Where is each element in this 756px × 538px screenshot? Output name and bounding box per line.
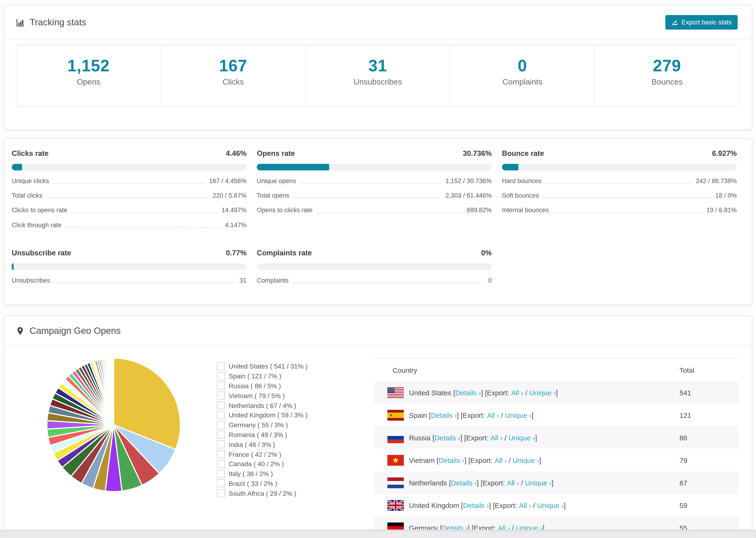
export-all-link[interactable]: All ›	[511, 389, 523, 397]
page-title: Tracking stats	[29, 17, 86, 28]
rate-title: Bounce rate	[502, 149, 544, 158]
rate-row: Unique clicks 167 / 4.456%	[12, 178, 246, 185]
total-value: 79	[679, 456, 739, 464]
total-column-header: Total	[679, 366, 739, 374]
leader-line	[553, 212, 703, 213]
rate-head-clicks: Clicks rate 4.46%	[12, 149, 246, 158]
rate-row-label: Total opens	[257, 192, 289, 199]
tracking-header: Tracking stats Export basic stats	[4, 6, 752, 39]
export-all-link[interactable]: All ›	[490, 434, 503, 442]
legend-label: Netherlands ( 67 / 4% )	[229, 402, 296, 409]
export-unique-link[interactable]: Unique ›	[525, 479, 552, 487]
rate-head-unsubscribe: Unsubscribe rate 0.77%	[12, 249, 246, 257]
bracket: ]	[531, 411, 533, 419]
slash: /	[507, 456, 513, 464]
stat-cell-opens: 1,152 Opens	[17, 45, 161, 106]
legend-item: Brazil ( 33 / 2% )	[217, 479, 307, 488]
rate-row: Clicks to opens rate 14.497%	[12, 207, 246, 214]
geo-table: Country Total United States [Details ›] …	[374, 358, 739, 530]
stat-value-clicks: 167	[161, 57, 305, 75]
export-unique-link[interactable]: Unique ›	[509, 434, 535, 442]
stat-cell-unsubscribes: 31 Unsubscribes	[306, 45, 450, 106]
rate-row-value: 0	[488, 277, 492, 285]
rate-block-clicks: Clicks rate 4.46% Unique clicks 167 / 4.…	[12, 149, 246, 229]
country-name: Vietnam	[409, 456, 437, 464]
details-link[interactable]: Details ›	[455, 389, 481, 397]
bracket: ]	[564, 501, 566, 509]
rate-row-label: Total clicks	[12, 192, 42, 199]
total-value: 541	[679, 389, 739, 397]
rate-title: Unsubscribe rate	[12, 249, 71, 257]
rate-head-bounce: Bounce rate 6.927%	[502, 149, 737, 158]
details-link[interactable]: Details ›	[463, 501, 489, 509]
geo-title-wrap: Campaign Geo Opens	[16, 325, 121, 336]
page-bottom-band	[0, 530, 756, 538]
bracket: ] [Export:	[460, 434, 490, 442]
pie-slice-other-43[interactable]	[113, 358, 114, 425]
progress-bar-bounce	[502, 164, 737, 170]
rate-row-label: Internal bounces	[502, 207, 549, 214]
export-all-link[interactable]: All ›	[495, 456, 507, 464]
leader-line	[545, 183, 692, 184]
export-all-link[interactable]: All ›	[507, 479, 519, 487]
stat-cell-complaints: 0 Complaints	[450, 45, 595, 106]
export-unique-link[interactable]: Unique ›	[513, 456, 539, 464]
details-link[interactable]: Details ›	[431, 411, 457, 419]
rate-row-label: Soft bounces	[502, 192, 539, 199]
tracking-title-wrap: Tracking stats	[16, 17, 86, 28]
map-pin-icon	[16, 326, 25, 336]
rate-row: Internal bounces 19 / 6.81%	[502, 207, 737, 214]
rate-row: Hard bounces 242 / 86.738%	[502, 178, 737, 185]
legend-item: Spain ( 121 / 7% )	[217, 371, 307, 381]
legend-label: United Kingdom ( 59 / 3% )	[229, 411, 307, 419]
details-link[interactable]: Details ›	[451, 479, 477, 487]
slash: /	[519, 479, 525, 487]
stat-cell-bounces: 279 Bounces	[595, 45, 739, 106]
export-unique-link[interactable]: Unique ›	[505, 411, 531, 419]
details-link[interactable]: Details ›	[434, 434, 460, 442]
details-link[interactable]: Details ›	[442, 524, 468, 530]
country-name: United Kingdom	[409, 501, 461, 509]
rate-rows: Complaints 0	[257, 277, 492, 285]
export-all-link[interactable]: All ›	[519, 501, 531, 509]
leader-line	[54, 283, 236, 283]
leader-line	[46, 198, 209, 198]
country-flag-de	[387, 522, 404, 530]
bracket: ] [Export:	[464, 456, 495, 464]
leader-line	[65, 227, 221, 228]
rate-title: Complaints rate	[257, 249, 312, 257]
country-name: Netherlands	[409, 479, 449, 487]
total-value: 121	[679, 411, 739, 419]
legend-label: South Africa ( 29 / 2% )	[229, 490, 296, 497]
rate-percentage: 0%	[481, 249, 492, 257]
export-all-link[interactable]: All ›	[498, 524, 510, 530]
export-basic-stats-button[interactable]: Export basic stats	[666, 15, 738, 29]
geo-table-body: United States [Details ›] [Export: All ›…	[374, 381, 739, 530]
leader-line	[300, 183, 442, 184]
legend-swatch	[217, 480, 225, 488]
export-all-link[interactable]: All ›	[487, 411, 499, 419]
slash: /	[531, 501, 537, 509]
legend-item: United Kingdom ( 59 / 3% )	[217, 410, 307, 420]
bracket: ] [Export:	[477, 479, 507, 487]
legend-item: Vietnam ( 79 / 5% )	[217, 391, 307, 401]
legend-swatch	[217, 362, 225, 370]
legend-item: Canada ( 40 / 2% )	[217, 459, 307, 469]
legend-swatch	[217, 441, 225, 449]
export-unique-link[interactable]: Unique ›	[537, 501, 564, 509]
country-cell: Spain [Details ›] [Export: All › / Uniqu…	[374, 409, 679, 420]
rate-row: Soft bounces 18 / 0%	[502, 192, 737, 199]
legend-item: Russia ( 86 / 5% )	[217, 381, 307, 391]
rate-row-value: 19 / 6.81%	[706, 207, 737, 214]
rate-row-value: 14.497%	[221, 207, 246, 214]
slash: /	[523, 389, 529, 397]
leader-line	[53, 183, 205, 184]
details-link[interactable]: Details ›	[439, 456, 464, 464]
export-unique-link[interactable]: Unique ›	[516, 524, 542, 530]
export-unique-link[interactable]: Unique ›	[529, 389, 556, 397]
progress-bar-opens	[257, 164, 492, 170]
country-flag-gb	[387, 500, 404, 511]
legend-swatch	[217, 382, 225, 390]
legend-swatch	[217, 460, 225, 468]
legend-swatch	[217, 489, 225, 497]
